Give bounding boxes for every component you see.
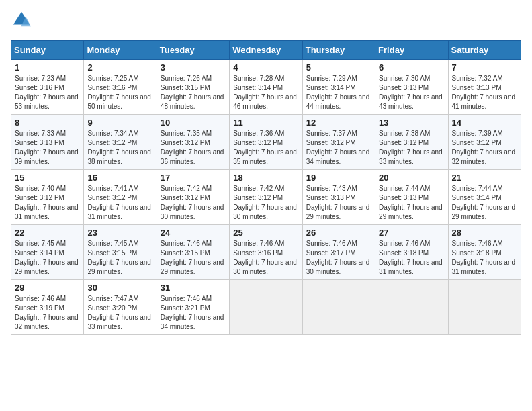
daylight-label: Daylight: 7 hours and 41 minutes. (452, 93, 516, 110)
day-number: 24 (161, 228, 226, 238)
calendar-cell: 29 Sunrise: 7:46 AM Sunset: 3:19 PM Dayl… (11, 280, 84, 335)
sunset-label: Sunset: 3:13 PM (306, 194, 356, 201)
calendar-cell: 18 Sunrise: 7:42 AM Sunset: 3:12 PM Dayl… (230, 170, 302, 225)
calendar-cell: 28 Sunrise: 7:46 AM Sunset: 3:18 PM Dayl… (448, 225, 521, 280)
calendar-body: 1 Sunrise: 7:23 AM Sunset: 3:16 PM Dayli… (11, 60, 521, 335)
day-number: 13 (379, 118, 444, 128)
sunset-label: Sunset: 3:12 PM (161, 139, 210, 146)
day-number: 23 (87, 228, 152, 238)
day-info: Sunrise: 7:46 AM Sunset: 3:18 PM Dayligh… (452, 239, 517, 277)
day-number: 25 (233, 228, 298, 238)
day-number: 8 (15, 118, 80, 128)
day-info: Sunrise: 7:44 AM Sunset: 3:14 PM Dayligh… (452, 184, 517, 222)
day-info: Sunrise: 7:26 AM Sunset: 3:15 PM Dayligh… (161, 74, 226, 111)
calendar-week-4: 22 Sunrise: 7:45 AM Sunset: 3:14 PM Dayl… (11, 225, 521, 280)
sunrise-label: Sunrise: 7:42 AM (161, 185, 212, 192)
day-info: Sunrise: 7:46 AM Sunset: 3:17 PM Dayligh… (306, 239, 371, 277)
day-info: Sunrise: 7:44 AM Sunset: 3:13 PM Dayligh… (379, 184, 444, 222)
sunrise-label: Sunrise: 7:47 AM (87, 295, 138, 302)
daylight-label: Daylight: 7 hours and 29 minutes. (379, 203, 443, 220)
daylight-label: Daylight: 7 hours and 30 minutes. (233, 203, 297, 220)
calendar-cell: 3 Sunrise: 7:26 AM Sunset: 3:15 PM Dayli… (157, 60, 229, 115)
day-info: Sunrise: 7:47 AM Sunset: 3:20 PM Dayligh… (87, 294, 152, 332)
calendar-cell: 8 Sunrise: 7:33 AM Sunset: 3:13 PM Dayli… (11, 115, 84, 170)
sunset-label: Sunset: 3:12 PM (161, 194, 210, 201)
sunrise-label: Sunrise: 7:30 AM (379, 75, 430, 82)
daylight-label: Daylight: 7 hours and 50 minutes. (87, 93, 151, 110)
sunset-label: Sunset: 3:16 PM (233, 249, 283, 257)
daylight-label: Daylight: 7 hours and 31 minutes. (452, 259, 516, 275)
day-number: 20 (379, 173, 444, 183)
weekday-header-friday: Friday (375, 41, 448, 60)
daylight-label: Daylight: 7 hours and 34 minutes. (161, 314, 224, 330)
sunrise-label: Sunrise: 7:46 AM (15, 295, 66, 302)
daylight-label: Daylight: 7 hours and 30 minutes. (306, 259, 370, 275)
day-info: Sunrise: 7:42 AM Sunset: 3:12 PM Dayligh… (233, 184, 298, 222)
sunset-label: Sunset: 3:16 PM (15, 84, 64, 91)
sunrise-label: Sunrise: 7:45 AM (15, 240, 66, 247)
sunrise-label: Sunrise: 7:34 AM (87, 130, 138, 137)
calendar-week-2: 8 Sunrise: 7:33 AM Sunset: 3:13 PM Dayli… (11, 115, 521, 170)
calendar-cell: 26 Sunrise: 7:46 AM Sunset: 3:17 PM Dayl… (302, 225, 375, 280)
calendar-cell: 24 Sunrise: 7:46 AM Sunset: 3:15 PM Dayl… (157, 225, 229, 280)
daylight-label: Daylight: 7 hours and 31 minutes. (379, 259, 443, 275)
daylight-label: Daylight: 7 hours and 32 minutes. (452, 148, 516, 165)
sunrise-label: Sunrise: 7:46 AM (379, 240, 430, 247)
calendar-cell: 12 Sunrise: 7:37 AM Sunset: 3:12 PM Dayl… (302, 115, 375, 170)
day-number: 27 (379, 228, 444, 238)
calendar-cell: 1 Sunrise: 7:23 AM Sunset: 3:16 PM Dayli… (11, 60, 84, 115)
day-number: 15 (15, 173, 80, 183)
day-info: Sunrise: 7:30 AM Sunset: 3:13 PM Dayligh… (379, 74, 444, 111)
day-info: Sunrise: 7:29 AM Sunset: 3:14 PM Dayligh… (306, 74, 371, 111)
weekday-header-row: SundayMondayTuesdayWednesdayThursdayFrid… (11, 41, 521, 60)
day-number: 1 (15, 62, 80, 73)
calendar-cell: 16 Sunrise: 7:41 AM Sunset: 3:12 PM Dayl… (84, 170, 157, 225)
day-number: 17 (161, 173, 226, 183)
sunset-label: Sunset: 3:12 PM (379, 139, 429, 146)
sunset-label: Sunset: 3:14 PM (233, 84, 283, 91)
day-number: 18 (233, 173, 298, 183)
logo (11, 11, 31, 32)
sunset-label: Sunset: 3:13 PM (379, 84, 429, 91)
calendar-week-5: 29 Sunrise: 7:46 AM Sunset: 3:19 PM Dayl… (11, 280, 521, 335)
sunrise-label: Sunrise: 7:40 AM (15, 185, 66, 192)
sunset-label: Sunset: 3:15 PM (161, 249, 210, 257)
sunrise-label: Sunrise: 7:46 AM (233, 240, 284, 247)
calendar-cell: 30 Sunrise: 7:47 AM Sunset: 3:20 PM Dayl… (84, 280, 157, 335)
day-number: 12 (306, 118, 371, 128)
day-number: 31 (161, 283, 226, 293)
sunrise-label: Sunrise: 7:37 AM (306, 130, 357, 137)
sunrise-label: Sunrise: 7:44 AM (452, 185, 503, 192)
logo-icon (12, 11, 31, 30)
sunset-label: Sunset: 3:21 PM (161, 304, 210, 312)
sunset-label: Sunset: 3:12 PM (233, 194, 283, 201)
day-info: Sunrise: 7:45 AM Sunset: 3:14 PM Dayligh… (15, 239, 80, 277)
daylight-label: Daylight: 7 hours and 46 minutes. (233, 93, 297, 110)
sunset-label: Sunset: 3:13 PM (452, 84, 502, 91)
sunset-label: Sunset: 3:15 PM (161, 84, 210, 91)
calendar-cell: 2 Sunrise: 7:25 AM Sunset: 3:16 PM Dayli… (84, 60, 157, 115)
calendar-cell: 20 Sunrise: 7:44 AM Sunset: 3:13 PM Dayl… (375, 170, 448, 225)
day-number: 4 (233, 62, 298, 73)
day-number: 2 (87, 62, 152, 73)
daylight-label: Daylight: 7 hours and 29 minutes. (87, 259, 151, 275)
sunrise-label: Sunrise: 7:29 AM (306, 75, 357, 82)
daylight-label: Daylight: 7 hours and 33 minutes. (87, 314, 151, 330)
calendar-cell: 14 Sunrise: 7:39 AM Sunset: 3:12 PM Dayl… (448, 115, 521, 170)
calendar-cell: 10 Sunrise: 7:35 AM Sunset: 3:12 PM Dayl… (157, 115, 229, 170)
daylight-label: Daylight: 7 hours and 35 minutes. (233, 148, 297, 165)
sunset-label: Sunset: 3:14 PM (452, 194, 502, 201)
day-info: Sunrise: 7:36 AM Sunset: 3:12 PM Dayligh… (233, 129, 298, 167)
sunrise-label: Sunrise: 7:43 AM (306, 185, 357, 192)
day-info: Sunrise: 7:46 AM Sunset: 3:21 PM Dayligh… (161, 294, 226, 332)
sunrise-label: Sunrise: 7:39 AM (452, 130, 503, 137)
calendar-cell: 9 Sunrise: 7:34 AM Sunset: 3:12 PM Dayli… (84, 115, 157, 170)
sunset-label: Sunset: 3:18 PM (452, 249, 502, 257)
calendar-cell: 25 Sunrise: 7:46 AM Sunset: 3:16 PM Dayl… (230, 225, 302, 280)
daylight-label: Daylight: 7 hours and 38 minutes. (87, 148, 151, 165)
day-number: 5 (306, 62, 371, 73)
day-number: 10 (161, 118, 226, 128)
daylight-label: Daylight: 7 hours and 31 minutes. (87, 203, 151, 220)
sunrise-label: Sunrise: 7:35 AM (161, 130, 212, 137)
calendar-cell: 7 Sunrise: 7:32 AM Sunset: 3:13 PM Dayli… (448, 60, 521, 115)
